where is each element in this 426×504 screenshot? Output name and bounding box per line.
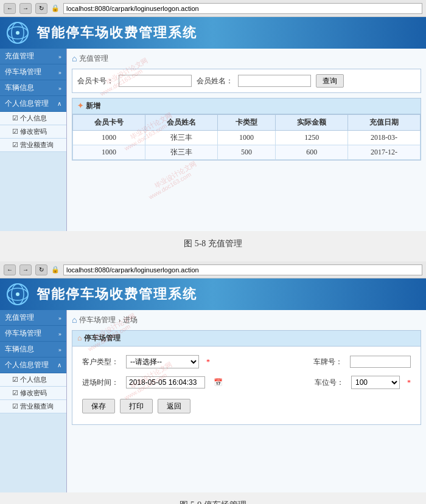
sidebar-geren-query-2[interactable]: ☑ 营业额查询 [0, 400, 66, 413]
calendar-icon[interactable]: 📅 [214, 378, 223, 387]
customer-type-select[interactable]: --请选择-- 月租客户 临时客户 [126, 355, 199, 368]
save-button[interactable]: 保存 [82, 399, 115, 413]
forward-btn-1[interactable]: → [19, 3, 32, 14]
cell-card-no-1: 1000 [73, 131, 145, 145]
sidebar-geren-2[interactable]: 个人信息管理 ∧ [0, 357, 66, 373]
breadcrumb-part1: 停车场管理 [79, 315, 116, 325]
breadcrumb-sep: › [118, 316, 120, 325]
sidebar-geren-query-1[interactable]: ☑ 营业额查询 [0, 139, 66, 152]
sidebar-geren-pwd-2[interactable]: ☑ 修改密码 [0, 387, 66, 400]
forward-btn-2[interactable]: → [19, 264, 32, 275]
form-icon-2: ⌂ [77, 334, 82, 343]
member-card-label: 会员卡号： [77, 76, 114, 86]
figure-caption-1: 图 5-8 充值管理 [0, 231, 426, 257]
member-card-input[interactable] [119, 75, 192, 87]
cell-name-1: 张三丰 [145, 131, 217, 145]
recharge-table: 会员卡号 会员姓名 卡类型 实际金额 充值日期 1000 张三丰 1000 12 [72, 114, 421, 160]
col-card-type: 卡类型 [217, 115, 275, 131]
breadcrumb-1: ⌂ 充值管理 [72, 54, 421, 64]
sidebar-geren-label-1: 个人信息管理 [5, 98, 49, 109]
expand-icon-1: » [58, 53, 61, 60]
back-button[interactable]: 返回 [158, 399, 190, 413]
app-logo-2 [6, 283, 29, 306]
entry-time-label: 进场时间： [82, 378, 119, 388]
browser-bar-2: ← → ↻ 🔒 [0, 261, 426, 278]
sidebar-chexin-label-1: 车辆信息 [5, 83, 34, 93]
sidebar-geren-pwd-1[interactable]: ☑ 修改密码 [0, 125, 66, 139]
sidebar-chexin-label-2: 车辆信息 [5, 344, 34, 354]
refresh-btn-1[interactable]: ↻ [35, 3, 47, 14]
member-name-input[interactable] [238, 75, 311, 87]
form-panel-header-2: ⌂ 停车场管理 [72, 331, 421, 347]
sidebar-geren-info-2[interactable]: ☑ 个人信息 [0, 373, 66, 387]
app-body-1: 充值管理 » 停车场管理 » 车辆信息 » 个人信息管理 ∧ ☑ 个人信息 ☑ … [0, 49, 426, 231]
customer-type-label: 客户类型： [82, 357, 119, 367]
required-star-1: * [206, 357, 210, 367]
app-title-1: 智能停车场收费管理系统 [37, 24, 197, 42]
cell-date-1: 2018-03- [348, 131, 421, 145]
col-name: 会员姓名 [145, 115, 217, 131]
sidebar-geren-1[interactable]: 个人信息管理 ∧ [0, 96, 66, 112]
screenshot1-window: ← → ↻ 🔒 智能停车场收费管理系统 充值管理 » 停车场管理 » [0, 0, 426, 231]
car-position-label: 车位号： [315, 378, 344, 388]
form-row-1: 客户类型： --请选择-- 月租客户 临时客户 * 车牌号： [77, 351, 416, 372]
car-position-select[interactable]: 100 101 102 [351, 376, 400, 389]
breadcrumb-part2: 进场 [123, 315, 138, 325]
form-panel-2: ⌂ 停车场管理 客户类型： --请选择-- 月租客户 临时客户 * [72, 330, 421, 425]
sidebar-tingche-2[interactable]: 停车场管理 » [0, 326, 66, 342]
watermark-1e: 毕业设计论文网 [153, 159, 198, 190]
sidebar-chongzhi-1[interactable]: 充值管理 » [0, 49, 66, 64]
expand-icon-2: » [58, 69, 61, 75]
search-button-1[interactable]: 查询 [316, 74, 344, 88]
cell-type-2: 500 [217, 145, 275, 160]
sidebar-tingche-1[interactable]: 停车场管理 » [0, 64, 66, 80]
back-btn-1[interactable]: ← [4, 3, 16, 14]
new-label-1: 新增 [86, 101, 100, 111]
screenshot2-window: ← → ↻ 🔒 智能停车场收费管理系统 充值管理 » 停车场管理 » [0, 261, 426, 492]
url-bar-2[interactable] [63, 264, 422, 275]
svg-point-3 [16, 31, 19, 35]
expand-icon-6: » [58, 330, 61, 337]
expand-icon-7: » [58, 346, 61, 353]
sidebar-geren-info-1[interactable]: ☑ 个人信息 [0, 112, 66, 125]
watermark-1f: www.doc163.com [148, 171, 192, 201]
sidebar-chongzhi-label-2: 充值管理 [5, 312, 34, 323]
app-header-2: 智能停车场收费管理系统 [0, 278, 426, 310]
expand-icon-5: » [58, 314, 61, 321]
sidebar-1: 充值管理 » 停车场管理 » 车辆信息 » 个人信息管理 ∧ ☑ 个人信息 ☑ … [0, 49, 67, 231]
car-no-input[interactable] [350, 356, 411, 368]
url-bar-1[interactable] [63, 3, 422, 14]
search-row-1: 会员卡号： 会员姓名： 查询 [77, 74, 416, 88]
back-btn-2[interactable]: ← [4, 264, 16, 275]
new-icon-1: ✦ [77, 102, 83, 111]
sidebar-chexin-1[interactable]: 车辆信息 » [0, 80, 66, 96]
browser-bar-1: ← → ↻ 🔒 [0, 0, 426, 17]
form-panel-title-2: 停车场管理 [84, 333, 120, 343]
cell-amount-1: 1250 [276, 131, 348, 145]
sidebar-chongzhi-2[interactable]: 充值管理 » [0, 310, 66, 326]
sidebar-chongzhi-label-1: 充值管理 [5, 51, 34, 61]
sidebar-tingche-label-1: 停车场管理 [5, 67, 41, 77]
breadcrumb-icon-1: ⌂ [72, 54, 77, 64]
breadcrumb-2: ⌂ 停车场管理 › 进场 [72, 315, 421, 325]
divider [0, 257, 426, 261]
sidebar-chexin-2[interactable]: 车辆信息 » [0, 342, 66, 357]
figure-caption-2: 图 5-9 停车场管理 [0, 492, 426, 504]
refresh-btn-2[interactable]: ↻ [35, 264, 47, 275]
sidebar-2: 充值管理 » 停车场管理 » 车辆信息 » 个人信息管理 ∧ ☑ 个人信息 ☑ … [0, 310, 67, 492]
expand-icon-8: ∧ [57, 362, 61, 368]
expand-icon-3: » [58, 85, 61, 91]
breadcrumb-icon-2: ⌂ [72, 316, 77, 325]
sidebar-geren-label-2: 个人信息管理 [5, 360, 49, 370]
app-logo-1 [6, 21, 29, 44]
button-row: 保存 打印 返回 [77, 393, 416, 419]
required-star-2: * [407, 378, 411, 387]
entry-time-input[interactable] [126, 376, 205, 388]
main-content-2: 毕业设计论文网 www.doc163.com 毕业设计论文网 www.doc16… [67, 310, 426, 492]
search-panel-1: 会员卡号： 会员姓名： 查询 [72, 69, 421, 93]
table-row: 1000 张三丰 500 600 2017-12- [73, 145, 421, 160]
cell-card-no-2: 1000 [73, 145, 145, 160]
print-button[interactable]: 打印 [120, 399, 153, 413]
app-title-2: 智能停车场收费管理系统 [37, 285, 197, 303]
form-row-2: 进场时间： 📅 车位号： 100 101 102 * [77, 372, 416, 393]
